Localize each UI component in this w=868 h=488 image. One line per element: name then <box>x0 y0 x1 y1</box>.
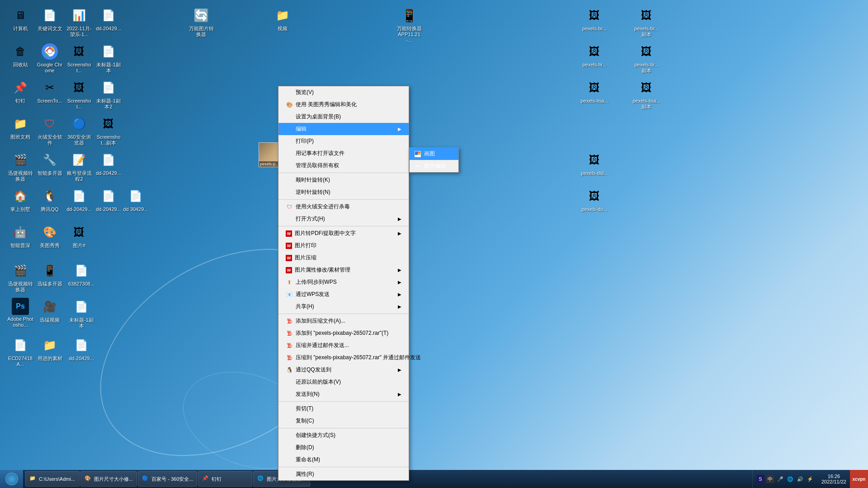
icon-draft1[interactable]: 📄 未标题-1副本 <box>93 41 124 75</box>
icon-pexels-lisa1[interactable]: 🖼 pexels-lisa... <box>579 77 610 106</box>
icon-photoshop[interactable]: Ps Adobe Photosho... <box>5 296 36 330</box>
taskbar-item-meitu[interactable]: 🎨 图片尺寸大小修... <box>80 471 137 487</box>
tray-mic[interactable]: 🎤 <box>776 475 784 483</box>
icon-qq[interactable]: 🐧 腾讯QQ <box>34 185 66 214</box>
icon-huoxian[interactable]: 🛡 火绒安全软件 <box>34 113 66 148</box>
menu-item-create-shortcut[interactable]: 创建快捷方式(S) <box>278 429 409 441</box>
icon-dd2[interactable]: 📄 dd-20429... <box>93 149 124 178</box>
icon-yaoduo2[interactable]: 🎥 迅猛视频 <box>34 296 66 325</box>
xcvpn-button[interactable]: xcvpn <box>850 470 868 488</box>
context-menu: 预览(V) 🎨 使用 美图秀秀编辑和美化 设置为桌面背景(B) 编辑 ▶ <box>278 86 409 481</box>
start-button[interactable] <box>0 470 24 488</box>
icon-screenshot3[interactable]: 🖼 Screenshot...副本 <box>93 113 124 148</box>
menu-item-sendqq[interactable]: 🐧 通过QQ发送到 ▶ <box>278 364 409 376</box>
menu-item-rename[interactable]: 重命名(M) <box>278 454 409 466</box>
icon-label: Screenshot... <box>65 98 93 110</box>
tray-battery[interactable]: ⚡ <box>806 475 814 483</box>
menu-item-addzip-named[interactable]: 🗜 添加到 "pexels-pixabay-265072.rar"(T) <box>278 327 409 339</box>
icon-pexels-tir1[interactable]: 🖼 pexels-tir... <box>579 41 610 70</box>
menu-item-openmethod[interactable]: 打开方式(H) ▶ <box>278 213 409 225</box>
menu-item-cut[interactable]: 剪切(T) <box>278 403 409 415</box>
icon-shangmen[interactable]: 🏠 掌上别墅 <box>5 185 36 214</box>
taskbar-item-baidu[interactable]: 🔵 百家号 - 360安全... <box>138 471 197 487</box>
draft2-icon: 📄 <box>99 79 118 97</box>
icon-zhinengpu[interactable]: 🤖 智能普深 <box>5 221 36 250</box>
menu-item-share[interactable]: 共享(H) ▶ <box>278 300 409 313</box>
icon-pin[interactable]: 📌 钉钉 <box>5 77 36 106</box>
submenu-item-paint[interactable]: 画图 <box>410 148 458 160</box>
taskbar-item-explorer[interactable]: 📁 C:\Users\Admi... <box>25 471 80 487</box>
icon-pexels-br1[interactable]: 🖼 pexels-br... <box>579 5 610 33</box>
menu-item-sendto[interactable]: 发送到(N) ▶ <box>278 388 409 400</box>
tray-network[interactable]: 🌐 <box>786 475 794 483</box>
icon-videotrans2[interactable]: 🎬 迅捷视频转换器 <box>5 260 36 295</box>
icon-dd1[interactable]: 📄 dd-20429... <box>93 5 124 33</box>
menu-item-preview[interactable]: 预览(V) <box>278 86 409 99</box>
menu-item-delete[interactable]: 删除(D) <box>278 441 409 454</box>
menu-item-huoxian[interactable]: 🛡 使用火绒安全进行杀毒 <box>278 201 409 213</box>
menu-item-rotateccw[interactable]: 逆时针旋转(N) <box>278 186 409 198</box>
icon-excel2022[interactable]: 📊 2022-11月-望乐-1... <box>63 5 95 39</box>
icon-pexels-br2[interactable]: 🖼 pexels-br...副本 <box>631 5 662 39</box>
taskbar-item-dingding[interactable]: 📌 钉钉 <box>198 471 252 487</box>
icon-zhineng[interactable]: 🔧 智能多开器 <box>34 149 66 178</box>
icon-computer[interactable]: 🖥 计算机 <box>5 5 36 33</box>
icon-dd6[interactable]: 📄 dd-20429... <box>66 334 97 363</box>
icon-keywords[interactable]: 📄 关键词文文 <box>34 5 66 33</box>
menu-item-admin[interactable]: 管理员取得所有权 <box>278 160 409 172</box>
icon-meitu[interactable]: 🎨 美图秀秀 <box>34 221 66 250</box>
pexels-tir2-icon: 🖼 <box>637 42 656 61</box>
icon-label: dd-20429... <box>96 170 121 176</box>
menu-item-rotatecw[interactable]: 顺时针旋转(K) <box>278 174 409 186</box>
create-shortcut-icon <box>286 432 293 439</box>
icon-360[interactable]: 🔵 360安全浏览器 <box>63 113 95 148</box>
menu-item-print[interactable]: 打印(P) <box>278 135 409 147</box>
icon-draft2[interactable]: 📄 未标题-1副本2 <box>93 77 124 112</box>
menu-item-sendwps[interactable]: 📧 通过WPS发送 ▶ <box>278 288 409 300</box>
icon-pexels-do[interactable]: 🖼 pexels-do... <box>579 185 610 214</box>
menu-item-setbg[interactable]: 设置为桌面背景(B) <box>278 111 409 123</box>
menu-item-addzip[interactable]: 🗜 添加到压缩文件(A)... <box>278 315 409 327</box>
menu-item-restore[interactable]: 还原以前的版本(V) <box>278 376 409 388</box>
system-clock[interactable]: 16:26 2022/11/22 <box>818 474 850 484</box>
icon-draft3[interactable]: 📄 未标题-1副本 <box>66 296 97 331</box>
copy-icon <box>286 418 293 425</box>
icon-record[interactable]: 📝 账号登录流程2 <box>63 149 95 184</box>
icon-screenshot1[interactable]: 🖼 Screenshot... <box>63 41 95 75</box>
menu-item-zip-email[interactable]: 🗜 压缩并通过邮件发送... <box>278 339 409 352</box>
menu-item-edit[interactable]: 编辑 ▶ 画图 ✏ <box>278 123 409 135</box>
icon-yaoduo[interactable]: 📱 迅猛多开器 <box>34 260 66 289</box>
icon-yonghu[interactable]: 📁 用进的素材 <box>34 334 66 363</box>
icon-videos[interactable]: 📁 视频 <box>267 5 298 33</box>
icon-recycle[interactable]: 🗑 回收站 <box>5 41 36 70</box>
tray-sound[interactable]: 🔊 <box>796 475 804 483</box>
icon-documents[interactable]: 📁 图班文档 <box>5 113 36 142</box>
menu-item-meitu[interactable]: 🎨 使用 美图秀秀编辑和美化 <box>278 99 409 111</box>
icon-wantu2[interactable]: 📱 万能转换器APP11.21-... <box>393 5 425 46</box>
icon-dd3[interactable]: 📄 dd-20429... <box>63 185 95 214</box>
menu-item-imgprint[interactable]: W 图片打印 <box>278 239 409 252</box>
icon-pexels-lisa2[interactable]: 🖼 pexels-lisa...副本 <box>631 77 662 112</box>
tray-shurufa[interactable]: S <box>756 475 764 483</box>
icon-chrome[interactable]: Google Chrome <box>34 41 66 75</box>
menu-item-imgmaterial[interactable]: W 图片属性修改/素材管理 ▶ <box>278 264 409 276</box>
menu-item-copy[interactable]: 复制(C) <box>278 415 409 427</box>
submenu-item-imgedit[interactable]: ✏ 图片编辑 <box>410 160 458 172</box>
menu-item-imgcompress[interactable]: W 图片压缩 <box>278 252 409 264</box>
icon-pexels-tir2[interactable]: 🖼 pexels-tir...副本 <box>631 41 662 75</box>
icon-picture[interactable]: 🖼 图片# <box>63 221 95 250</box>
icon-screentool[interactable]: ✂ ScreenTo... <box>34 77 66 106</box>
menu-item-properties[interactable]: 属性(R) <box>278 468 409 480</box>
icon-63827308[interactable]: 📄 63827308... <box>66 260 97 289</box>
icon-ecd27418[interactable]: 📄 ECD27418A... <box>5 334 36 369</box>
icon-videotrans[interactable]: 🎬 迅捷视频转换器 <box>5 149 36 184</box>
menu-item-openwith[interactable]: 用记事本打开该文件 <box>278 147 409 160</box>
menu-item-zip-named-email[interactable]: 🗜 压缩到 "pexels-pixabay-265072.rar" 并通过邮件发… <box>278 352 409 364</box>
tray-ime[interactable]: 中 <box>766 475 774 483</box>
icon-dd5[interactable]: 📄 dd 30429... <box>120 185 151 214</box>
icon-pexels-did[interactable]: 🖼 pexels-did... <box>579 149 610 178</box>
menu-item-imgtopdf[interactable]: W 图片转PDF/提取图中文字 ▶ <box>278 227 409 239</box>
icon-wantu[interactable]: 🔄 万能图片转换器 <box>185 5 217 39</box>
icon-screenshot2[interactable]: 🖼 Screenshot... <box>63 77 95 112</box>
menu-item-uploadwps[interactable]: ⬆ 上传/同步到WPS ▶ <box>278 276 409 288</box>
